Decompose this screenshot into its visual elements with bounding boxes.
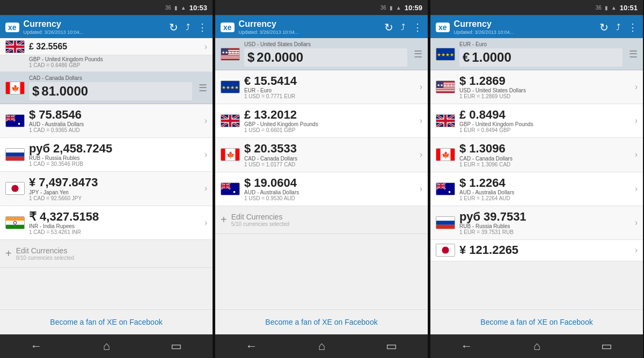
currency-name: USD - United States Dollars: [459, 87, 631, 93]
back-button[interactable]: ←: [246, 339, 258, 353]
header-icons: ↻ ⤴ ⋮: [384, 21, 422, 34]
chevron-icon: ›: [420, 82, 422, 92]
more-icon[interactable]: ⋮: [628, 21, 638, 33]
share-icon[interactable]: ⤴: [186, 23, 190, 32]
recent-button[interactable]: ▭: [601, 339, 612, 353]
header-icons: ↻ ⤴ ⋮: [169, 21, 207, 34]
base-flag: ★★★★★★★★★★★★★★★★★★★★★★★★★★★★★★★★★★★★★★★★…: [221, 48, 240, 61]
svg-rect-102: [436, 221, 455, 225]
chevron-icon: ›: [420, 116, 422, 126]
battery-icon: ▮: [174, 5, 178, 11]
clear-icon[interactable]: ☰: [629, 48, 638, 60]
header-title-wrap: Currency Updated: 3/26/2013 10:04...: [239, 19, 299, 35]
edit-currencies-row[interactable]: + Edit Currencies 5/10 currencies select…: [215, 206, 428, 234]
home-button[interactable]: ⌂: [318, 339, 325, 353]
facebook-banner[interactable]: Become a fan of XE on Facebook: [215, 309, 428, 334]
flag-icon: [221, 114, 240, 127]
currency-row[interactable]: £ 13.2012 GBP - United Kingdom Pounds 1 …: [215, 104, 428, 138]
phone-3: 36 ▮ ▲ 10:51 xe Currency Updated: 3/26/2…: [430, 0, 644, 358]
currency-row[interactable]: руб 2,458.7245 RUB - Russia Rubles 1 CAD…: [0, 138, 213, 172]
base-input-wrap: € 1.0000: [459, 48, 623, 67]
facebook-link[interactable]: Become a fan of XE on Facebook: [480, 318, 592, 326]
currency-amount: $ 75.8546: [29, 108, 200, 121]
base-symbol: $: [247, 50, 254, 65]
status-time: 10:53: [189, 4, 207, 12]
back-button[interactable]: ←: [31, 339, 42, 353]
currency-row[interactable]: £ 0.8494 GBP - United Kingdom Pounds 1 E…: [430, 104, 643, 138]
signal-indicator: 36: [380, 5, 386, 11]
share-icon[interactable]: ⤴: [401, 23, 405, 32]
currency-row[interactable]: 🍁 $ 1.3096 CAD - Canada Dollars 1 EUR = …: [430, 138, 643, 172]
currency-list: $ 75.8546 AUD - Australia Dollars 1 CAD …: [0, 104, 213, 309]
currency-row[interactable]: 🍁 $ 20.3533 CAD - Canada Dollars 1 USD =…: [215, 138, 428, 172]
currency-amount: $ 1.3096: [459, 142, 631, 155]
app-header: xe Currency Updated: 3/26/2013 10:04... …: [0, 15, 213, 38]
currency-info: $ 1.3096 CAD - Canada Dollars 1 EUR = 1.…: [459, 142, 631, 167]
home-button[interactable]: ⌂: [533, 339, 540, 353]
svg-rect-53: [221, 149, 225, 161]
svg-point-105: [442, 247, 449, 254]
currency-amount: $ 1.2264: [459, 177, 631, 189]
chevron-icon: ›: [635, 218, 638, 228]
refresh-icon[interactable]: ↻: [384, 21, 393, 34]
chevron-icon: ›: [635, 245, 638, 255]
refresh-icon[interactable]: ↻: [169, 21, 178, 34]
currency-row[interactable]: ¥ 121.2265 ›: [430, 240, 643, 261]
partial-name: GBP - United Kingdom Pounds: [29, 56, 207, 62]
currency-row[interactable]: $ 19.0604 AUD - Australia Dollars 1 USD …: [215, 172, 428, 206]
currency-info: ₹ 4,327.5158 INR - India Rupees 1 CAD = …: [29, 210, 200, 235]
battery-icon: ▮: [605, 5, 608, 11]
clear-icon[interactable]: ☰: [199, 82, 207, 94]
base-amount-wrapper: EUR - Euro € 1.0000: [459, 41, 623, 67]
recent-button[interactable]: ▭: [386, 339, 397, 353]
currency-row[interactable]: ¥ 7,497.8473 JPY - Japan Yen 1 CAD = 92.…: [0, 172, 213, 206]
battery-icon: ▮: [390, 5, 393, 11]
facebook-banner[interactable]: Become a fan of XE on Facebook: [430, 309, 643, 334]
share-icon[interactable]: ⤴: [616, 23, 620, 32]
chevron-icon: ›: [420, 150, 422, 159]
back-button[interactable]: ←: [461, 339, 473, 353]
header-left: xe Currency Updated: 3/26/2013 10:04...: [436, 19, 514, 35]
app-title: Currency: [24, 19, 84, 29]
base-amount-wrapper: CAD - Canada Dollars $ 81.0000: [29, 75, 192, 100]
svg-rect-73: [436, 89, 455, 90]
recent-button[interactable]: ▭: [171, 339, 182, 353]
signal-indicator: 36: [596, 5, 602, 11]
partial-currency-row[interactable]: £ 32.5565 ›: [0, 38, 213, 55]
refresh-icon[interactable]: ↻: [599, 21, 609, 34]
clear-icon[interactable]: ☰: [414, 48, 422, 60]
edit-currencies-row[interactable]: + Edit Currencies 8/10 currencies select…: [0, 240, 213, 268]
edit-currencies-sublabel: 8/10 currencies selected: [16, 255, 74, 261]
partial-sub-row: GBP - United Kingdom Pounds 1 CAD = 0.64…: [0, 55, 213, 72]
facebook-link[interactable]: Become a fan of XE on Facebook: [50, 318, 162, 326]
base-currency-row[interactable]: ★★★★★★★★★★★★★★★★★★★★★★★★★★★★★★★★★★★★★★★★…: [215, 38, 428, 70]
currency-name: GBP - United Kingdom Pounds: [459, 121, 631, 127]
currency-row[interactable]: $ 1.2264 AUD - Australia Dollars 1 EUR =…: [430, 172, 643, 206]
more-icon[interactable]: ⋮: [197, 21, 207, 33]
currency-amount: руб 2,458.7245: [29, 142, 200, 155]
base-currency-label: USD - United States Dollars: [244, 41, 407, 47]
content-area: £ 32.5565 › GBP - United Kingdom Pounds …: [0, 38, 213, 334]
currency-amount: $ 19.0604: [244, 177, 415, 189]
base-currency-row[interactable]: ★★★★★★★★★★★★ EUR - Euro € 1.0000 ☰: [430, 38, 643, 70]
currency-row[interactable]: ★★★★★★★★★★★★★★★★★★★★★★★★★★★★★★★★★★★★★★★★…: [430, 70, 643, 104]
app-header: xe Currency Updated: 3/26/2013 10:04... …: [430, 15, 643, 38]
base-flag: ★★★★★★★★★★★★: [436, 48, 455, 61]
home-button[interactable]: ⌂: [103, 339, 110, 353]
currency-row[interactable]: ★★★★★★★★★★★★ € 15.5414 EUR - Euro 1 USD …: [215, 70, 428, 104]
flag-icon: ★★★★★★★★★★★★★★★★★★★★★★★★★★★★★★★★★★★★★★★★…: [436, 81, 455, 93]
edit-currencies-info: Edit Currencies 5/10 currencies selected: [231, 213, 289, 227]
currency-row[interactable]: ₹ 4,327.5158 INR - India Rupees 1 CAD = …: [0, 206, 213, 240]
facebook-link[interactable]: Become a fan of XE on Facebook: [265, 318, 377, 326]
facebook-banner[interactable]: Become a fan of XE on Facebook: [0, 309, 213, 334]
more-icon[interactable]: ⋮: [413, 21, 422, 33]
status-time: 10:59: [405, 4, 422, 12]
currency-row[interactable]: руб 39.7531 RUB - Russia Rubles 1 EUR = …: [430, 206, 643, 240]
app-title: Currency: [239, 19, 299, 29]
chevron-icon: ›: [204, 116, 207, 126]
base-currency-row[interactable]: 🍁 CAD - Canada Dollars $ 81.0000 ☰: [0, 72, 213, 104]
app-header: xe Currency Updated: 3/26/2013 10:04... …: [215, 15, 428, 38]
currency-row[interactable]: $ 75.8546 AUD - Australia Dollars 1 CAD …: [0, 104, 213, 138]
currency-info: $ 20.3533 CAD - Canada Dollars 1 USD = 1…: [244, 142, 415, 167]
flag-icon: [436, 216, 455, 229]
